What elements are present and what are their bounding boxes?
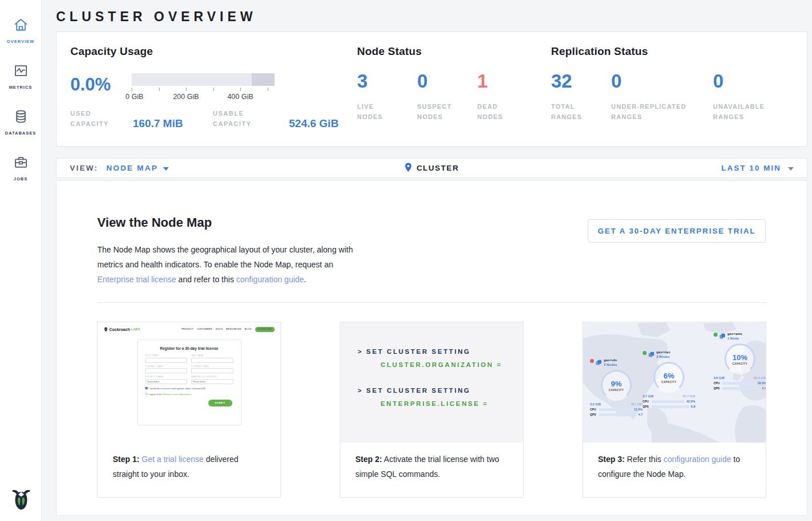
sidebar-item-metrics[interactable]: METRICS: [0, 53, 41, 99]
step-3-caption: Step 3: Refer this configuration guide t…: [583, 443, 766, 481]
capacity-usage-section: Capacity Usage 0.0% 0 GiB 200 GiB 400 Gi…: [70, 45, 342, 146]
view-selector-dropdown[interactable]: NODE MAP: [106, 164, 169, 172]
suspect-nodes-label: SUSPECT NODES: [417, 101, 477, 122]
replication-status-title: Replication Status: [551, 45, 793, 58]
dead-nodes-label: DEAD NODES: [477, 101, 537, 122]
capacity-ring-gauge: 10% CAPACITY: [724, 344, 755, 374]
unavailable-ranges-value: 0: [713, 70, 793, 92]
capacity-gauge-bar: [132, 73, 275, 86]
live-nodes-label: LIVE NODES: [357, 101, 417, 122]
chevron-down-icon: [163, 167, 169, 171]
node-map-region-nyc: geo=nyc 2 Nodes 6% CAPACITY 3.7 GiB 65.7…: [643, 350, 695, 408]
node-map-description: The Node Map shows the geographical layo…: [97, 242, 371, 287]
sidebar-item-label: METRICS: [9, 85, 33, 90]
sidebar-item-jobs[interactable]: JOBS: [0, 145, 41, 191]
capacity-gauge-reserved-segment: [252, 73, 275, 86]
cluster-summary-card: Capacity Usage 0.0% 0 GiB 200 GiB 400 Gi…: [56, 31, 807, 147]
replication-status-section: Replication Status 32 TOTAL RANGES 0 UND…: [551, 45, 793, 146]
step-1-card: Cockroach LABS PRODUCT CUSTOMERS DOCS RE…: [97, 322, 281, 498]
step-2-caption: Step 2: Activate the trial license with …: [340, 443, 523, 481]
capacity-ring-gauge: 6% CAPACITY: [653, 362, 684, 393]
node-status-section: Node Status 3 LIVE NODES 0 SUSPECT NODES…: [357, 45, 537, 146]
suspect-nodes-stat: 0 SUSPECT NODES: [417, 70, 477, 122]
step-3-card: geo=sfo 2 Nodes 9% CAPACITY 3.2 GiB 351 …: [583, 322, 766, 498]
time-range-dropdown[interactable]: LAST 10 MIN: [459, 164, 794, 172]
usable-capacity-value: 524.6 GiB: [289, 117, 339, 130]
live-nodes-value: 3: [357, 70, 417, 92]
sidebar: OVERVIEW METRICS DATABASES: [0, 0, 42, 521]
sidebar-item-label: JOBS: [14, 176, 27, 181]
step-1-caption: Step 1: Get a trial license delivered st…: [98, 443, 280, 481]
gauge-tick-label: 400 GiB: [227, 93, 253, 101]
capacity-used-percent: 0.0%: [70, 74, 132, 101]
gauge-tick-label: 0 GiB: [125, 93, 143, 101]
enterprise-trial-license-link[interactable]: Enterprise trial license: [97, 275, 176, 284]
node-map-panel: View the Node Map The Node Map shows the…: [56, 180, 807, 516]
sidebar-item-overview[interactable]: OVERVIEW: [0, 7, 41, 53]
usable-capacity-label: USABLE CAPACITY: [213, 108, 277, 129]
submit-button: SUBMIT: [208, 400, 232, 406]
cluster-breadcrumb-label: CLUSTER: [417, 164, 459, 172]
nodes-icon: [719, 331, 726, 342]
unavailable-ranges-stat: 0 UNAVAILABLE RANGES: [713, 70, 793, 122]
under-replicated-ranges-value: 0: [611, 70, 713, 92]
chevron-down-icon: [788, 167, 794, 171]
page-title: CLUSTER OVERVIEW: [56, 0, 807, 31]
gauge-tick-label: 200 GiB: [173, 93, 199, 101]
live-status-icon: [714, 333, 718, 337]
total-ranges-label: TOTAL RANGES: [551, 101, 611, 122]
node-map-region-sfo: geo=sfo 2 Nodes 9% CAPACITY 3.2 GiB 351 …: [590, 358, 643, 416]
total-ranges-value: 32: [551, 70, 611, 92]
node-status-title: Node Status: [357, 45, 537, 58]
capacity-gauge: 0 GiB 200 GiB 400 GiB: [132, 73, 275, 101]
download-button: DOWNLOAD: [255, 327, 275, 332]
node-map-region-ams: geo=ams 1 Node 10% CAPACITY 3.6 GiB 36.4…: [714, 331, 766, 390]
capacity-ring-gauge: 9% CAPACITY: [601, 370, 632, 401]
capacity-usage-title: Capacity Usage: [70, 45, 342, 58]
nodes-icon: [596, 358, 602, 368]
view-label: VIEW:: [70, 164, 98, 172]
metrics-icon: [13, 63, 29, 81]
enterprise-trial-button[interactable]: GET A 30-DAY ENTERPRISE TRIAL: [588, 219, 766, 243]
used-capacity-label: USED CAPACITY: [70, 108, 122, 129]
dead-status-icon: [590, 359, 594, 363]
sidebar-item-databases[interactable]: DATABASES: [0, 99, 41, 145]
total-ranges-stat: 32 TOTAL RANGES: [551, 70, 611, 122]
unavailable-ranges-label: UNAVAILABLE RANGES: [713, 101, 793, 122]
database-icon: [13, 109, 29, 127]
get-trial-license-link[interactable]: Get a trial license: [142, 455, 204, 464]
view-bar: VIEW: NODE MAP CLUSTER LAST 10 MIN: [56, 158, 807, 178]
dead-nodes-value: 1: [477, 70, 537, 92]
trial-license-form: Register for a 30-day trial license FIRS…: [137, 340, 241, 425]
sidebar-item-label: OVERVIEW: [7, 39, 34, 44]
divider: [97, 302, 766, 303]
live-nodes-stat: 3 LIVE NODES: [357, 70, 417, 122]
configuration-guide-link[interactable]: configuration guide: [236, 275, 304, 284]
node-map-preview: geo=sfo 2 Nodes 9% CAPACITY 3.2 GiB 351 …: [583, 322, 766, 443]
live-status-icon: [643, 351, 647, 355]
capacity-gauge-ticks: [132, 88, 275, 93]
used-capacity-value: 160.7 MiB: [133, 117, 213, 130]
under-replicated-ranges-label: UNDER-REPLICATED RANGES: [611, 101, 713, 122]
registration-screenshot: Cockroach LABS PRODUCT CUSTOMERS DOCS RE…: [98, 322, 280, 443]
suspect-nodes-value: 0: [417, 70, 477, 92]
configuration-guide-link[interactable]: configuration guide: [663, 455, 731, 464]
under-replicated-ranges-stat: 0 UNDER-REPLICATED RANGES: [611, 70, 713, 122]
sql-commands-snippet: > SET CLUSTER SETTING CLUSTER.ORGANIZATI…: [340, 322, 523, 443]
step-2-card: > SET CLUSTER SETTING CLUSTER.ORGANIZATI…: [340, 322, 524, 498]
dead-nodes-stat: 1 DEAD NODES: [477, 70, 537, 122]
nodes-icon: [648, 350, 655, 360]
briefcase-icon: [13, 155, 29, 172]
location-pin-icon: [405, 163, 412, 174]
cockroachdb-logo-icon: [0, 489, 42, 512]
home-icon: [13, 17, 29, 35]
main-content: CLUSTER OVERVIEW Capacity Usage 0.0% 0 G…: [42, 0, 812, 516]
breadcrumb: CLUSTER: [405, 163, 459, 174]
sidebar-item-label: DATABASES: [5, 131, 37, 136]
cockroach-labs-logo: Cockroach LABS: [104, 326, 140, 332]
